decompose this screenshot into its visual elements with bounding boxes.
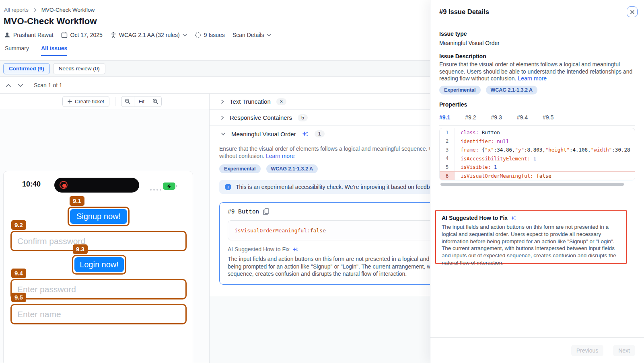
zoom-controls: Fit [121,96,162,107]
enter-password-input[interactable]: Enter password [10,279,187,299]
signal-dots-icon [150,189,161,191]
zoom-in-button[interactable] [149,96,161,107]
ai-fix-highlight-box: AI Suggested How to Fix The input fields… [435,210,627,264]
chevron-down-icon [221,132,226,135]
ai-fix-label: AI Suggested How to Fix [442,215,620,221]
chevron-down-icon[interactable] [18,84,23,87]
phone-clock: 10:40 [22,180,41,189]
section-count-badge: 3 [276,98,286,105]
annotation-tag-9-3[interactable]: 9.3 [73,244,88,254]
panel-title: #9 Issue Details [439,8,489,16]
filter-needs-review-button[interactable]: Needs review (0) [53,63,105,74]
close-icon [630,10,635,14]
battery-charging-icon [163,183,175,190]
annotation-tag-9-1[interactable]: 9.1 [70,196,84,206]
zoom-in-icon [152,98,158,104]
panel-header: #9 Issue Details [430,0,644,24]
breadcrumb-current: MVO-Check Workflow [41,7,95,13]
issue-details-panel: #9 Issue Details Issue type Meaningful V… [430,0,644,363]
code-line: 2identifier: null [440,137,635,146]
breadcrumb: All reports MVO-Check Workflow [4,7,95,13]
tab-summary[interactable]: Summary [5,45,29,56]
phone-screenshot: 10:40 9.1 Signup now! 9.2 Confirm passwo… [3,171,193,363]
banner-text: This is an experimental accessibility ch… [236,184,440,190]
close-button[interactable] [627,6,638,17]
confirm-password-input[interactable]: Confirm password [10,231,187,251]
annotation-box-signup[interactable]: Signup now! [68,207,130,226]
section-count-badge: 5 [298,114,308,121]
info-icon: i [225,184,231,190]
property-tabs: #9.1 #9.2 #9.3 #9.4 #9.5 [439,114,635,126]
annotation-box-login[interactable]: Login now! [72,255,126,275]
issue-description-label: Issue Description [439,53,635,59]
author: Prashant Rawat [4,32,53,38]
panel-badges: Experimental WCAG 2.1-1.3.2 A [439,86,635,94]
dashed-circle-icon [195,32,201,38]
panel-body: Issue type Meaningful Visual Order Issue… [430,24,644,337]
scan-date-value: Oct 17, 2025 [70,32,103,38]
ai-sparkles-icon [292,246,298,252]
signup-button[interactable]: Signup now! [70,209,127,224]
wcag-badge: WCAG 2.1-1.3.2 A [266,164,318,173]
property-tab-9-5[interactable]: #9.5 [543,114,553,121]
chevron-right-icon [221,99,224,104]
login-button[interactable]: Login now! [74,257,124,272]
experimental-badge: Experimental [439,86,481,94]
zoom-fit-button[interactable]: Fit [134,96,149,107]
section-count-badge: 1 [315,130,325,137]
chevron-up-icon[interactable] [6,84,11,87]
property-tab-9-4[interactable]: #9.4 [517,114,528,121]
panel-footer: Previous Next [430,337,644,363]
code-line: 3frame: {"x":34.86,"y":8.803,"height":4.… [440,146,635,154]
learn-more-link[interactable]: Learn more [518,75,547,82]
report-tabs: Summary All issues [5,45,67,56]
tab-all-issues[interactable]: All issues [41,45,67,56]
report-meta-row: Prashant Rawat Oct 17, 2025 WCAG 2.1 AA … [4,31,271,39]
chevron-down-icon[interactable] [183,34,187,37]
zoom-out-button[interactable] [121,96,134,107]
toolbar-divider [115,97,115,106]
ai-sparkles-icon [302,130,309,137]
previous-button[interactable]: Previous [571,345,603,356]
breadcrumb-all-reports[interactable]: All reports [4,7,29,13]
create-ticket-button[interactable]: Create ticket [62,96,109,107]
issues-count: 9 Issues [195,32,225,38]
issue-type-label: Issue type [439,31,635,37]
code-line: 1class: Button [440,128,635,137]
learn-more-link[interactable]: Learn more [266,153,295,159]
zoom-out-icon [125,98,130,104]
issues-count-label: 9 Issues [204,32,225,38]
chevron-down-icon [267,34,271,37]
copy-icon[interactable] [263,208,269,215]
ai-sparkles-icon [510,215,516,221]
scan-counter: Scan 1 of 1 [34,82,62,88]
canvas-toolbar: Create ticket Fit [0,94,209,109]
annotation-tag-9-5[interactable]: 9.5 [11,293,26,302]
plus-icon [68,99,72,104]
annotation-tag-9-4[interactable]: 9.4 [11,269,26,278]
next-button[interactable]: Next [613,345,635,356]
property-tab-9-3[interactable]: #9.3 [491,114,502,121]
property-tab-9-2[interactable]: #9.2 [465,114,476,121]
properties-label: Properties [439,101,635,108]
section-title: Meaningful Visual Order [231,131,296,137]
filter-confirmed-button[interactable]: Confirmed (9) [3,63,50,74]
wcag-badge: WCAG 2.1-1.3.2 A [486,86,537,94]
recording-indicator-icon [60,181,68,189]
author-name: Prashant Rawat [13,32,53,38]
page-title: MVO-Check Workflow [4,16,97,27]
screenshot-canvas[interactable]: 10:40 9.1 Signup now! 9.2 Confirm passwo… [0,109,209,363]
code-line: 5isVisible: 1 [440,163,635,172]
issue-type-value: Meaningful Visual Order [439,40,635,46]
scan-date: Oct 17, 2025 [61,32,103,38]
annotation-tag-9-2[interactable]: 9.2 [11,220,26,230]
screenshot-column: Create ticket Fit 10:40 [0,94,210,363]
code-horizontal-scrollbar[interactable] [440,183,624,186]
chevron-right-icon [221,115,224,120]
section-title: Responsive Containers [230,114,292,121]
create-ticket-label: Create ticket [75,98,104,105]
property-tab-9-1[interactable]: #9.1 [439,114,450,121]
wcag-standard[interactable]: WCAG 2.1 AA (32 rules) [110,32,187,38]
scan-details-dropdown[interactable]: Scan Details [232,32,272,38]
enter-name-input[interactable]: Enter name [10,304,187,324]
